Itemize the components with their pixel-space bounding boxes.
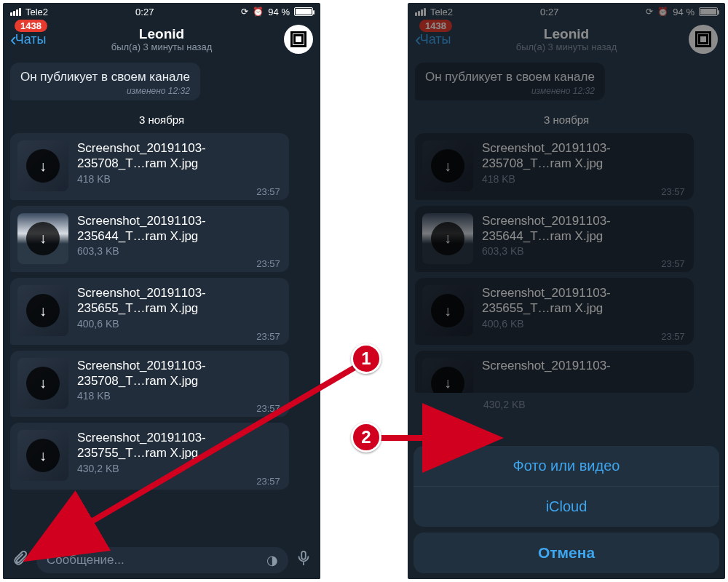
file-time: 23:57: [482, 331, 685, 342]
back-button[interactable]: 1438 ‹ Чаты: [10, 30, 46, 49]
file-time: 23:57: [77, 331, 280, 342]
message-meta: изменено 12:32: [20, 86, 190, 96]
download-icon[interactable]: ↓: [431, 222, 464, 255]
sheet-option-icloud[interactable]: iCloud: [414, 487, 719, 527]
incoming-message: Он публикует в своем канале изменено 12:…: [415, 63, 605, 100]
messages-area: Он публикует в своем канале изменено 12:…: [408, 58, 725, 410]
file-thumbnail[interactable]: ↓: [17, 285, 68, 336]
alarm-icon: ⏰: [253, 7, 264, 17]
file-message[interactable]: ↓ Screenshot_20191103-235708_T…ram X.jpg…: [415, 133, 694, 200]
file-thumbnail[interactable]: ↓: [422, 285, 473, 336]
status-bar: Tele2 0:27 ⟳ ⏰ 94 %: [3, 3, 320, 20]
chat-subtitle: был(а) 3 минуты назад: [111, 41, 213, 52]
sticker-icon[interactable]: ◑: [266, 552, 278, 568]
file-thumbnail[interactable]: ↓: [17, 213, 68, 264]
download-icon[interactable]: ↓: [26, 149, 60, 183]
message-text: Он публикует в своем канале: [425, 70, 595, 84]
file-message[interactable]: ↓ Screenshot_20191103-235708_T…ram X.jpg…: [10, 351, 289, 418]
file-name: Screenshot_20191103-235644_T…ram X.jpg: [482, 213, 685, 244]
file-size: 418 KB: [77, 390, 280, 402]
alarm-icon: ⏰: [657, 7, 668, 17]
annotation-badge-1: 1: [351, 343, 381, 374]
file-size-peek: 430,2 KB: [483, 399, 718, 410]
status-time: 0:27: [540, 7, 558, 17]
battery-pct: 94 %: [268, 7, 290, 17]
file-size: 430,2 KB: [77, 463, 280, 474]
file-thumbnail[interactable]: ↓: [17, 358, 68, 409]
file-list: ↓ Screenshot_20191103-235708_T…ram X.jpg…: [415, 133, 718, 393]
file-thumbnail[interactable]: ↓: [422, 140, 473, 191]
messages-area[interactable]: Он публикует в своем канале изменено 12:…: [3, 58, 320, 490]
status-time: 0:27: [135, 7, 154, 17]
attach-icon[interactable]: [12, 549, 29, 571]
back-label: Чаты: [420, 32, 451, 47]
battery-pct: 94 %: [673, 7, 695, 17]
orientation-lock-icon: ⟳: [646, 7, 653, 17]
phone-left: Tele2 0:27 ⟳ ⏰ 94 % 1438 ‹ Чаты Leonid б…: [3, 3, 320, 579]
avatar[interactable]: [284, 25, 313, 54]
incoming-message[interactable]: Он публикует в своем канале изменено 12:…: [10, 63, 200, 100]
svg-rect-0: [301, 551, 306, 559]
file-time: 23:57: [77, 476, 280, 487]
orientation-lock-icon: ⟳: [241, 7, 248, 17]
message-input[interactable]: Сообщение... ◑: [36, 547, 288, 573]
file-message[interactable]: ↓ Screenshot_20191103-235708_T…ram X.jpg…: [10, 133, 289, 200]
download-icon[interactable]: ↓: [26, 367, 60, 400]
sheet-option-photo-video[interactable]: Фото или видео: [414, 446, 719, 487]
file-name: Screenshot_20191103-235708_T…ram X.jpg: [482, 140, 685, 172]
chat-title[interactable]: Leonid: [111, 26, 213, 42]
file-thumbnail[interactable]: ↓: [422, 213, 473, 264]
file-size: 418 KB: [482, 173, 685, 185]
file-message[interactable]: ↓ Screenshot_20191103-235755_T…ram X.jpg…: [10, 423, 289, 490]
file-thumbnail[interactable]: ↓: [17, 140, 68, 191]
file-name: Screenshot_20191103-235708_T…ram X.jpg: [77, 358, 280, 389]
input-bar: Сообщение... ◑: [3, 541, 320, 579]
file-time: 23:57: [77, 186, 280, 197]
download-icon[interactable]: ↓: [431, 149, 464, 183]
unread-badge: 1438: [15, 20, 47, 32]
date-separator: 3 ноября: [415, 113, 718, 126]
chat-header: 1438 ‹ Чаты Leonid был(а) 3 минуты назад: [408, 20, 725, 58]
carrier-label: Tele2: [25, 7, 48, 17]
carrier-label: Tele2: [430, 7, 453, 17]
download-icon[interactable]: ↓: [26, 222, 60, 255]
file-thumbnail[interactable]: ↓: [17, 430, 68, 481]
file-size: 418 KB: [77, 173, 280, 185]
sheet-cancel[interactable]: Отмена: [414, 533, 719, 573]
message-text: Он публикует в своем канале: [20, 70, 190, 84]
input-placeholder: Сообщение...: [47, 553, 124, 567]
back-label: Чаты: [15, 32, 47, 47]
mic-icon[interactable]: [296, 550, 312, 570]
file-message[interactable]: ↓ Screenshot_20191103-235655_T…ram X.jpg…: [10, 278, 289, 345]
download-icon[interactable]: ↓: [431, 367, 464, 393]
chat-title[interactable]: Leonid: [516, 26, 617, 42]
file-name: Screenshot_20191103-235644_T…ram X.jpg: [77, 213, 280, 244]
file-thumbnail[interactable]: ↓: [422, 358, 473, 393]
signal-icon: [10, 8, 21, 16]
file-size: 400,6 KB: [482, 318, 685, 330]
file-size: 603,3 KB: [482, 245, 685, 257]
back-button[interactable]: 1438 ‹ Чаты: [415, 30, 451, 49]
file-time: 23:57: [482, 186, 685, 197]
file-message[interactable]: ↓ Screenshot_20191103-235644_T…ram X.jpg…: [415, 206, 694, 273]
battery-icon: [294, 7, 313, 16]
download-icon[interactable]: ↓: [26, 439, 60, 472]
file-message[interactable]: ↓ Screenshot_20191103-: [415, 351, 694, 393]
chat-header: 1438 ‹ Чаты Leonid был(а) 3 минуты назад: [3, 20, 320, 58]
file-name: Screenshot_20191103-: [482, 358, 685, 373]
annotation-badge-2: 2: [351, 422, 381, 453]
date-separator: 3 ноября: [10, 113, 313, 126]
avatar[interactable]: [689, 25, 718, 54]
file-message[interactable]: ↓ Screenshot_20191103-235655_T…ram X.jpg…: [415, 278, 694, 345]
download-icon[interactable]: ↓: [431, 294, 464, 327]
phone-right: Tele2 0:27 ⟳ ⏰ 94 % 1438 ‹ Чаты Leonid б…: [408, 3, 725, 579]
download-icon[interactable]: ↓: [26, 294, 60, 327]
chat-subtitle: был(а) 3 минуты назад: [516, 41, 617, 52]
file-name: Screenshot_20191103-235708_T…ram X.jpg: [77, 140, 280, 172]
file-time: 23:57: [482, 258, 685, 269]
file-message[interactable]: ↓ Screenshot_20191103-235644_T…ram X.jpg…: [10, 206, 289, 273]
status-bar: Tele2 0:27 ⟳ ⏰ 94 %: [408, 3, 725, 20]
message-meta: изменено 12:32: [425, 86, 595, 96]
file-size: 603,3 KB: [77, 245, 280, 257]
battery-icon: [699, 7, 718, 16]
